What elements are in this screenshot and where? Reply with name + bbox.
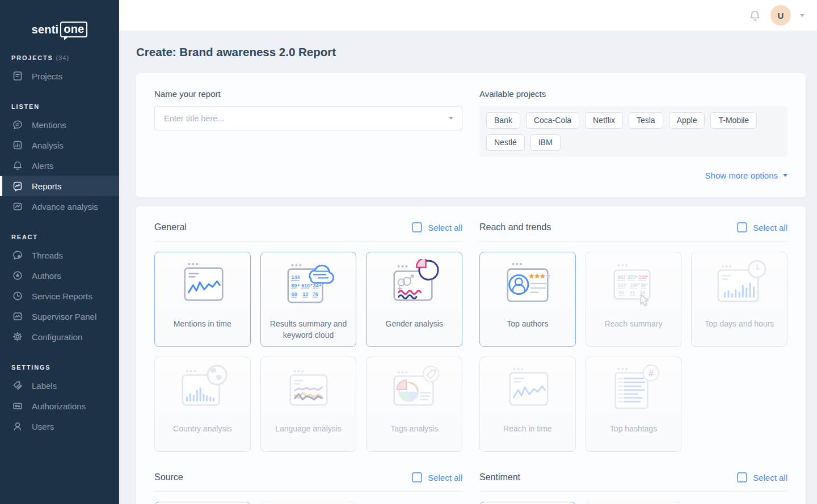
- labels-tags-icon: [12, 380, 23, 391]
- page-title: Create: Brand awareness 2.0 Report: [136, 45, 806, 59]
- divider: [479, 241, 787, 242]
- section-general: General Select all: [154, 222, 462, 452]
- show-more-caret-icon: [783, 174, 787, 177]
- svg-text:233: 233: [639, 274, 647, 280]
- tile-label: Top hashtags: [603, 423, 664, 435]
- select-all-source[interactable]: Select all: [412, 472, 462, 482]
- logo-text: senti: [32, 23, 59, 36]
- authors-icon: [12, 270, 23, 281]
- sidebar-item-reports[interactable]: Reports: [0, 176, 119, 196]
- tile-label: Country analysis: [166, 423, 239, 435]
- tile-top-authors[interactable]: Top authors: [479, 252, 576, 347]
- section-source: Source Select all: [154, 472, 462, 504]
- project-chip[interactable]: Apple: [669, 112, 705, 129]
- select-all-general[interactable]: Select all: [412, 222, 462, 232]
- select-all-checkbox[interactable]: [737, 472, 747, 482]
- section-title: Source: [154, 472, 183, 482]
- alerts-bell-icon: [12, 160, 23, 171]
- project-chip[interactable]: Netflix: [585, 112, 623, 129]
- divider: [479, 491, 787, 492]
- svg-text:76: 76: [313, 291, 318, 297]
- sidebar-item-users[interactable]: Users: [0, 416, 119, 437]
- svg-text:199: 199: [630, 282, 638, 288]
- project-chip[interactable]: T-Mobile: [710, 112, 757, 129]
- tile-gender-analysis[interactable]: Gender analysis: [366, 252, 462, 347]
- select-all-checkbox[interactable]: [412, 222, 422, 232]
- available-projects-label: Available projects: [479, 89, 787, 99]
- project-chip[interactable]: Bank: [486, 112, 520, 129]
- svg-text:144: 144: [618, 282, 626, 288]
- tile-source-2[interactable]: [260, 502, 357, 504]
- project-chip[interactable]: Nestlé: [486, 134, 525, 151]
- tile-top-hashtags[interactable]: # Top hashtags: [586, 357, 682, 452]
- sidebar-item-authorizations[interactable]: Authorizations: [0, 396, 119, 416]
- tile-tags-analysis[interactable]: Tags analysis: [366, 357, 462, 452]
- sidebar-item-mentions[interactable]: Mentions: [0, 115, 119, 135]
- sidebar-item-supervisor-panel[interactable]: Supervisor Panel: [0, 306, 119, 327]
- section-title: General: [154, 222, 187, 232]
- tile-language-analysis[interactable]: Language analysis: [260, 357, 357, 452]
- user-avatar[interactable]: U: [770, 5, 791, 26]
- notifications-bell-icon[interactable]: [748, 9, 761, 22]
- report-setup-card: Name your report Available projects Bank…: [136, 73, 806, 197]
- sentione-logo[interactable]: sentione: [0, 22, 119, 37]
- sidebar-item-service-reports[interactable]: Service Reports: [0, 286, 119, 306]
- projects-icon: [12, 70, 23, 82]
- tile-top-days-hours[interactable]: Top days and hours: [691, 252, 787, 347]
- widgets-card: General Select all: [136, 206, 806, 504]
- tile-country-analysis[interactable]: Country analysis: [154, 357, 251, 452]
- section-sentiment: Sentiment Select all: [479, 472, 787, 504]
- report-title-input[interactable]: [154, 106, 462, 130]
- project-chip[interactable]: Tesla: [629, 112, 663, 129]
- sidebar-item-configuration[interactable]: Configuration: [0, 327, 119, 347]
- tile-label: Language analysis: [268, 423, 348, 435]
- svg-text:89: 89: [641, 282, 647, 288]
- title-dropdown-caret-icon[interactable]: [449, 117, 453, 120]
- reach-summary-icon: 987 377 233 144 199 89 55 21 34: [604, 259, 662, 312]
- section-title: Sentiment: [479, 472, 520, 482]
- tile-label: Tags analysis: [384, 423, 445, 435]
- clock-icon: [12, 290, 23, 302]
- svg-text:55: 55: [619, 290, 625, 295]
- show-more-options-link[interactable]: Show more options: [479, 171, 787, 180]
- tile-mentions-in-time[interactable]: Mentions in time: [154, 252, 251, 347]
- project-chip[interactable]: IBM: [530, 134, 561, 151]
- tile-reach-in-time[interactable]: Reach in time: [479, 357, 576, 452]
- svg-text:#: #: [648, 368, 654, 379]
- svg-text:13: 13: [303, 291, 309, 297]
- divider: [154, 241, 462, 242]
- select-all-reach[interactable]: Select all: [737, 222, 787, 232]
- sidebar-item-labels[interactable]: Labels: [0, 375, 119, 396]
- sidebar-item-advance-analysis[interactable]: Advance analysis: [0, 196, 119, 217]
- mentions-icon: [12, 119, 23, 130]
- supervisor-panel-icon: [12, 311, 23, 322]
- mentions-in-time-icon: [174, 259, 231, 312]
- tile-sentiment-1[interactable]: [479, 502, 576, 504]
- tile-source-1[interactable]: [154, 502, 251, 504]
- name-report-block: Name your report: [154, 89, 462, 180]
- sidebar-item-projects[interactable]: Projects: [0, 66, 119, 86]
- select-all-checkbox[interactable]: [737, 222, 747, 232]
- top-days-hours-icon: [710, 259, 768, 312]
- tile-results-summary[interactable]: 144 89 610 34 68 13 76: [260, 252, 357, 347]
- sidebar-item-analysis[interactable]: Analysis: [0, 135, 119, 155]
- sidebar-item-authors[interactable]: Authors: [0, 265, 119, 286]
- select-all-sentiment[interactable]: Select all: [737, 472, 787, 482]
- tags-analysis-icon: [385, 364, 443, 417]
- sidebar-item-threads[interactable]: Threads: [0, 245, 119, 265]
- reports-icon: [12, 180, 23, 192]
- threads-icon: [12, 249, 23, 261]
- logo-one-bubble: one: [60, 22, 87, 37]
- reach-in-time-icon: [499, 364, 557, 417]
- analysis-icon: [12, 139, 23, 151]
- country-analysis-icon: [174, 364, 231, 417]
- project-chip[interactable]: Coca-Cola: [526, 112, 579, 129]
- tile-sentiment-2[interactable]: [586, 502, 682, 504]
- tile-label: Top authors: [500, 319, 555, 330]
- tile-reach-summary[interactable]: 987 377 233 144 199 89 55 21 34: [586, 252, 682, 347]
- results-summary-icon: 144 89 610 34 68 13 76: [279, 259, 337, 312]
- sidebar-item-alerts[interactable]: Alerts: [0, 155, 119, 176]
- gender-analysis-icon: [385, 259, 443, 312]
- user-menu-caret-icon[interactable]: [800, 14, 805, 17]
- select-all-checkbox[interactable]: [412, 472, 422, 482]
